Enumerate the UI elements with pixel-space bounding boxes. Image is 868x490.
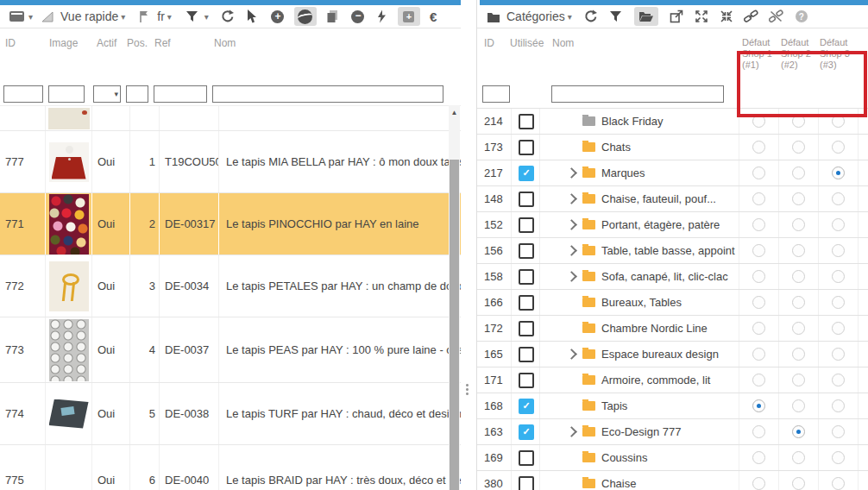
set-square-icon[interactable] [39, 7, 56, 26]
default-shop3-radio[interactable] [832, 374, 845, 386]
default-shop2-radio[interactable] [792, 115, 805, 128]
chevron-down-icon[interactable]: ▾ [28, 12, 33, 22]
language-flag-icon[interactable] [135, 7, 153, 26]
quick-view-label[interactable]: Vue rapide [60, 9, 118, 23]
table-row[interactable]: 777 Oui 1 T19COU50( Le tapis MIA BELLA p… [0, 131, 461, 193]
scrollbar-thumb[interactable] [450, 160, 459, 490]
prestashop-icon[interactable] [294, 7, 317, 26]
col-nom[interactable]: Nom [214, 37, 236, 49]
cursor-icon[interactable] [244, 7, 261, 26]
filter-icon[interactable] [184, 7, 201, 26]
expander-chevron-icon[interactable] [566, 245, 577, 256]
default-shop1-radio[interactable] [752, 425, 765, 438]
category-name[interactable]: Tapis [601, 399, 627, 412]
used-checkbox[interactable] [519, 347, 534, 362]
open-folder-icon[interactable] [634, 7, 658, 26]
default-shop1-radio[interactable] [752, 296, 765, 309]
table-row-partial[interactable] [0, 106, 461, 131]
folder-icon[interactable] [485, 7, 502, 26]
default-shop3-radio[interactable] [832, 192, 845, 205]
add-icon[interactable] [269, 7, 286, 26]
filter-icon[interactable] [607, 7, 625, 26]
default-shop2-radio[interactable] [792, 348, 805, 361]
col-actif[interactable]: Actif [97, 37, 116, 49]
category-name[interactable]: Black Friday [601, 115, 664, 128]
category-row[interactable]: 217 Marques [477, 160, 868, 186]
table-row[interactable]: 775 Oui 6 DE-0040 Le tapis BRAID par HAY… [0, 445, 461, 490]
refresh-icon[interactable] [582, 7, 600, 26]
default-shop1-radio[interactable] [752, 451, 765, 464]
default-shop1-radio[interactable] [752, 374, 765, 386]
default-shop2-radio[interactable] [792, 166, 805, 179]
category-name[interactable]: Armoire, commode, lit [601, 374, 710, 386]
filter-actif-select[interactable]: ▾ [93, 85, 121, 103]
categories-title[interactable]: Catégories [506, 9, 565, 23]
default-shop3-radio[interactable] [832, 244, 845, 257]
category-name[interactable]: Marques [601, 166, 645, 179]
default-shop3-radio[interactable] [832, 270, 845, 283]
category-row[interactable]: 156 Table, table basse, appoint [477, 238, 868, 264]
col-default-shop1[interactable]: Défaut Shop 1 (#1) [742, 37, 778, 71]
splitter-grip-icon[interactable] [466, 383, 469, 395]
default-shop1-radio[interactable] [752, 399, 765, 412]
default-shop2-radio[interactable] [792, 218, 805, 231]
language-code[interactable]: fr [157, 9, 165, 23]
category-row[interactable]: 152 Portant, étagère, patère [477, 212, 868, 238]
default-shop3-radio[interactable] [832, 451, 845, 464]
default-shop3-radio[interactable] [832, 399, 845, 412]
category-name[interactable]: Portant, étagère, patère [601, 218, 720, 231]
default-shop2-radio[interactable] [792, 374, 805, 386]
col-used[interactable]: Utilisée [510, 37, 544, 49]
filter-pos-input[interactable] [126, 85, 148, 103]
default-shop1-radio[interactable] [752, 348, 765, 361]
category-row[interactable]: 148 Chaise, fauteuil, pouf... [477, 186, 868, 212]
category-name[interactable]: Espace bureaux design [601, 348, 719, 361]
col-nom[interactable]: Nom [552, 37, 574, 49]
default-shop2-radio[interactable] [792, 425, 805, 438]
used-checkbox[interactable] [519, 373, 534, 388]
refresh-icon[interactable] [219, 7, 236, 26]
default-shop3-radio[interactable] [832, 296, 845, 309]
category-row[interactable]: 380 Chaise [477, 471, 868, 490]
default-shop3-radio[interactable] [832, 477, 845, 490]
table-row[interactable]: 774 Oui 5 DE-0038 Le tapis TURF par HAY … [0, 383, 461, 445]
default-shop1-radio[interactable] [752, 192, 765, 205]
filter-ref-input[interactable] [154, 85, 207, 103]
table-row[interactable]: 772 Oui 3 DE-0034 Le tapis PETALES par H… [0, 255, 461, 317]
default-shop3-radio[interactable] [832, 425, 845, 438]
external-link-icon[interactable] [668, 7, 685, 26]
default-shop2-radio[interactable] [792, 141, 805, 154]
default-shop1-radio[interactable] [752, 218, 765, 231]
default-shop1-radio[interactable] [752, 244, 765, 257]
default-shop2-radio[interactable] [792, 296, 805, 309]
unlink-icon[interactable] [768, 7, 785, 26]
used-checkbox[interactable] [519, 166, 534, 181]
default-shop3-radio[interactable] [832, 141, 845, 154]
chevron-down-icon[interactable]: ▾ [204, 12, 209, 22]
category-row[interactable]: 166 Bureaux, Tables [477, 290, 868, 316]
filter-nom-input[interactable] [551, 85, 724, 103]
expander-chevron-icon[interactable] [566, 349, 577, 360]
default-shop2-radio[interactable] [792, 451, 805, 464]
table-row[interactable]: 773 Oui 4 DE-0037 Le tapis PEAS par HAY … [0, 317, 461, 383]
used-checkbox[interactable] [519, 450, 534, 466]
used-checkbox[interactable] [519, 399, 534, 414]
scroll-up-icon[interactable]: ▲ [449, 105, 460, 119]
default-shop3-radio[interactable] [832, 348, 845, 361]
default-shop2-radio[interactable] [792, 192, 805, 205]
col-ref[interactable]: Ref [154, 37, 171, 49]
default-shop2-radio[interactable] [792, 399, 805, 412]
category-name[interactable]: Chaise [601, 477, 636, 490]
category-row[interactable]: 214 Black Friday [477, 109, 868, 135]
expander-chevron-icon[interactable] [566, 271, 577, 282]
expander-chevron-icon[interactable] [566, 219, 577, 230]
category-name[interactable]: Bureaux, Tables [601, 296, 682, 309]
table-row-selected[interactable]: 771 Oui 2 DE-00317 Le tapis PINOCCHIO pa… [0, 193, 461, 255]
used-checkbox[interactable] [519, 269, 534, 285]
col-id[interactable]: ID [484, 37, 494, 49]
filter-nom-input[interactable] [212, 85, 443, 103]
col-default-shop2[interactable]: Défaut Shop 2 (#2) [781, 37, 817, 71]
default-shop3-radio[interactable] [832, 218, 845, 231]
default-shop1-radio[interactable] [752, 270, 765, 283]
filter-id-input[interactable] [3, 85, 43, 103]
